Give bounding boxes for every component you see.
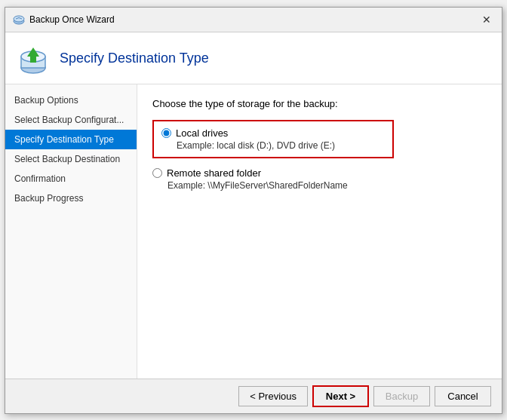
previous-button[interactable]: < Previous xyxy=(238,386,308,406)
local-drives-label[interactable]: Local drives xyxy=(176,127,228,139)
instruction-text: Choose the type of storage for the backu… xyxy=(152,98,487,109)
sidebar-item-specify-destination-type[interactable]: Specify Destination Type xyxy=(5,130,137,149)
sidebar-item-backup-progress[interactable]: Backup Progress xyxy=(5,189,137,208)
remote-folder-label[interactable]: Remote shared folder xyxy=(167,167,261,179)
cancel-button[interactable]: Cancel xyxy=(435,386,491,406)
window-title: Backup Once Wizard xyxy=(29,14,115,25)
svg-point-1 xyxy=(14,16,24,22)
sidebar-item-confirmation[interactable]: Confirmation xyxy=(5,169,137,189)
local-drives-radio[interactable] xyxy=(161,128,171,138)
main-panel: Choose the type of storage for the backu… xyxy=(137,84,502,379)
next-button[interactable]: Next > xyxy=(312,385,369,407)
sidebar: Backup Options Select Backup Configurat.… xyxy=(5,84,137,379)
local-drives-option-box: Local drives Example: local disk (D:), D… xyxy=(152,120,394,158)
backup-button[interactable]: Backup xyxy=(373,386,430,406)
sidebar-item-select-backup-destination[interactable]: Select Backup Destination xyxy=(5,149,137,169)
remote-folder-radio[interactable] xyxy=(152,168,162,178)
sidebar-item-select-backup-config[interactable]: Select Backup Configurat... xyxy=(5,110,137,130)
close-button[interactable]: ✕ xyxy=(479,12,494,27)
remote-folder-example: Example: \\MyFileServer\SharedFolderName xyxy=(167,180,487,191)
remote-folder-radio-row: Remote shared folder xyxy=(152,167,487,179)
content: Backup Options Select Backup Configurat.… xyxy=(5,84,502,379)
local-drives-radio-row: Local drives xyxy=(161,127,385,139)
window: Backup Once Wizard ✕ Specify Destination… xyxy=(5,7,502,414)
app-icon xyxy=(13,14,25,26)
title-bar: Backup Once Wizard ✕ xyxy=(5,8,502,32)
header-title: Specify Destination Type xyxy=(60,51,209,66)
remote-folder-option: Remote shared folder Example: \\MyFileSe… xyxy=(152,167,487,191)
footer: < Previous Next > Backup Cancel xyxy=(5,379,502,413)
local-drives-example: Example: local disk (D:), DVD drive (E:) xyxy=(177,140,385,151)
header-icon xyxy=(17,43,49,75)
header: Specify Destination Type xyxy=(5,32,502,84)
sidebar-item-backup-options[interactable]: Backup Options xyxy=(5,90,137,110)
title-bar-left: Backup Once Wizard xyxy=(13,14,115,26)
